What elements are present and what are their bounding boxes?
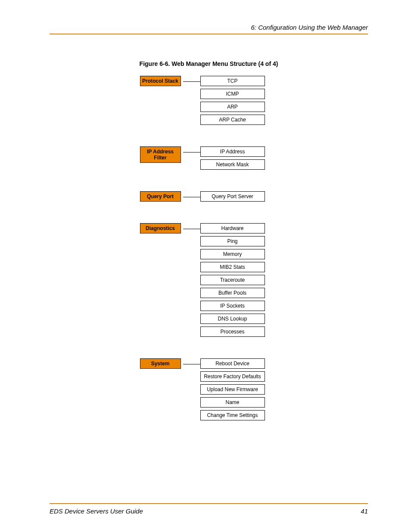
menu-group: Diagnostics Hardware Ping Memory MIB2 St… [138, 223, 280, 337]
child-node: Processes [200, 327, 265, 337]
connector-line [183, 152, 200, 152]
menu-group: Query Port Query Port Server [138, 191, 280, 202]
child-node: Query Port Server [200, 191, 265, 202]
parent-node: Query Port [140, 191, 181, 202]
child-node: Buffer Pools [200, 288, 265, 298]
menu-group: IP Address Filter IP Address Network Mas… [138, 146, 280, 170]
connector-line [183, 81, 200, 82]
child-node: Ping [200, 236, 265, 246]
child-node: Name [200, 397, 265, 408]
connector-line [183, 197, 200, 197]
child-node: Reboot Device [200, 358, 265, 369]
child-node: ARP Cache [200, 115, 265, 125]
parent-node: Diagnostics [140, 223, 181, 233]
parent-node: Protocol Stack [140, 76, 181, 86]
figure-caption: Figure 6-6. Web Manager Menu Structure (… [50, 60, 368, 67]
child-node: MIB2 Stats [200, 262, 265, 272]
child-node: IP Address [200, 146, 265, 157]
child-node: Hardware [200, 223, 265, 233]
parent-node: IP Address Filter [140, 146, 181, 163]
child-node: Change Time Settings [200, 410, 265, 420]
child-node: DNS Lookup [200, 314, 265, 324]
connector-line [183, 229, 200, 229]
child-node: TCP [200, 76, 265, 86]
child-node: Upload New Firmware [200, 384, 265, 395]
child-node: Traceroute [200, 275, 265, 285]
child-node: Network Mask [200, 159, 265, 170]
connector-line [183, 364, 200, 364]
document-page: 6: Configuration Using the Web Manager F… [0, 0, 411, 532]
menu-group: System Reboot Device Restore Factory Def… [138, 358, 280, 420]
footer-guide-title: EDS Device Servers User Guide [50, 507, 143, 515]
child-node: Memory [200, 249, 265, 259]
child-node: Restore Factory Defaults [200, 371, 265, 382]
page-footer: EDS Device Servers User Guide 41 [50, 503, 368, 515]
chapter-header: 6: Configuration Using the Web Manager [50, 24, 368, 34]
menu-structure-diagram: Protocol Stack TCP ICMP ARP ARP Cache IP… [50, 76, 368, 503]
parent-node: System [140, 358, 181, 369]
child-node: ARP [200, 102, 265, 112]
page-number: 41 [361, 507, 368, 515]
child-node: IP Sockets [200, 301, 265, 311]
menu-group: Protocol Stack TCP ICMP ARP ARP Cache [138, 76, 280, 125]
child-node: ICMP [200, 89, 265, 99]
